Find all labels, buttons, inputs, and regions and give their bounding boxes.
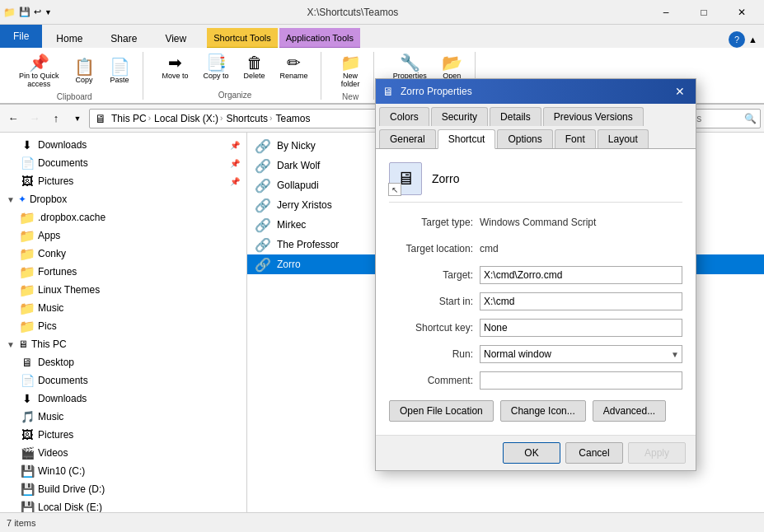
tab-colors[interactable]: Colors — [379, 107, 429, 126]
comment-label: Comment: — [389, 375, 480, 386]
tab-previous-versions[interactable]: Previous Versions — [543, 107, 644, 126]
form-row-target: Target: — [389, 265, 682, 285]
ok-button[interactable]: OK — [503, 442, 560, 464]
advanced-button[interactable]: Advanced... — [593, 400, 666, 422]
dialog-tab-row2: General Shortcut Options Font Layout — [376, 126, 696, 148]
app-icon-glyph: 🖥 — [396, 168, 415, 189]
tab-font[interactable]: Font — [555, 129, 596, 148]
run-select[interactable]: Normal window Minimized Maximized — [480, 345, 682, 363]
form-row-startin: Start in: — [389, 292, 682, 311]
dialog-overlay: 🖥 Zorro Properties ✕ Colors Security Det… — [0, 0, 764, 532]
change-icon-button[interactable]: Change Icon... — [500, 400, 586, 422]
dialog-action-buttons: Open File Location Change Icon... Advanc… — [389, 400, 682, 422]
tab-shortcut[interactable]: Shortcut — [438, 129, 496, 149]
form-row-comment: Comment: — [389, 371, 682, 390]
dialog-header-row: 🖥 Zorro — [389, 162, 682, 203]
target-label: Target: — [389, 269, 480, 281]
run-select-wrap: Normal window Minimized Maximized ▼ — [480, 345, 682, 363]
tab-details[interactable]: Details — [490, 107, 541, 126]
app-icon-display: 🖥 — [389, 162, 422, 195]
dialog-tabs: Colors Security Details Previous Version… — [376, 104, 696, 149]
dialog-title-icon: 🖥 — [382, 85, 396, 98]
comment-input[interactable] — [480, 371, 682, 390]
target-location-label: Target location: — [389, 243, 480, 254]
dialog-content: 🖥 Zorro Target type: Windows Command Scr… — [376, 149, 696, 435]
target-type-value: Windows Command Script — [480, 217, 596, 228]
shortcut-key-label: Shortcut key: — [389, 322, 480, 334]
dialog-title-text: Zorro Properties — [401, 86, 671, 97]
dialog-tab-row1: Colors Security Details Previous Version… — [376, 104, 696, 126]
cancel-button[interactable]: Cancel — [565, 442, 623, 464]
form-row-target-location: Target location: cmd — [389, 239, 682, 259]
dialog-title-bar: 🖥 Zorro Properties ✕ — [376, 79, 696, 104]
dialog-close-button[interactable]: ✕ — [671, 82, 689, 100]
form-row-shortcut-key: Shortcut key: — [389, 318, 682, 338]
apply-button[interactable]: Apply — [628, 442, 686, 464]
target-type-label: Target type: — [389, 217, 480, 228]
target-input[interactable] — [480, 266, 682, 284]
dialog-footer: OK Cancel Apply — [376, 435, 696, 470]
form-row-target-type: Target type: Windows Command Script — [389, 212, 682, 232]
open-file-location-button[interactable]: Open File Location — [389, 400, 494, 422]
form-row-run: Run: Normal window Minimized Maximized ▼ — [389, 344, 682, 364]
properties-dialog: 🖥 Zorro Properties ✕ Colors Security Det… — [375, 78, 696, 471]
startin-label: Start in: — [389, 296, 480, 307]
startin-input[interactable] — [480, 292, 682, 310]
tab-general[interactable]: General — [379, 129, 436, 148]
tab-layout[interactable]: Layout — [598, 129, 649, 148]
shortcut-key-input[interactable] — [480, 319, 682, 337]
target-location-value: cmd — [480, 243, 499, 254]
run-label: Run: — [389, 348, 480, 360]
dialog-app-name: Zorro — [432, 172, 459, 185]
tab-options[interactable]: Options — [497, 129, 552, 148]
tab-security[interactable]: Security — [431, 107, 488, 126]
